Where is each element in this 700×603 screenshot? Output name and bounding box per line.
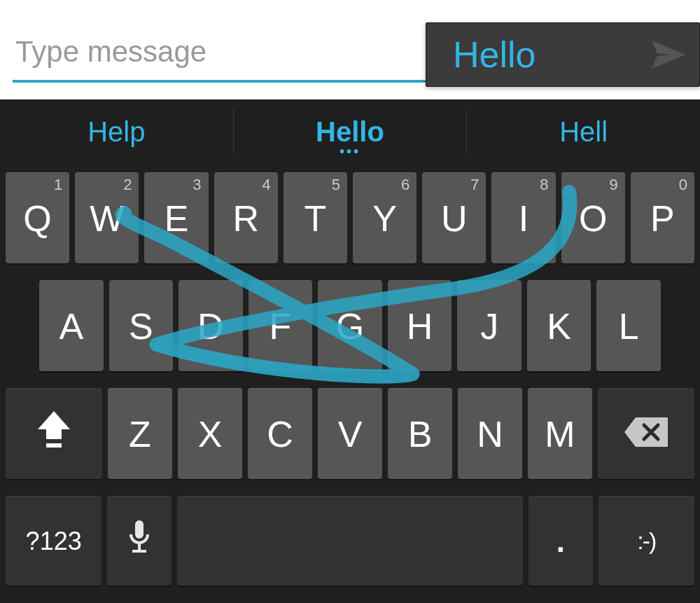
more-indicator-icon: •••	[340, 144, 360, 160]
key-period[interactable]: .	[528, 496, 593, 585]
key-m[interactable]: M	[528, 388, 592, 479]
key-backspace[interactable]	[598, 388, 694, 479]
gesture-preview-pill: Hello	[426, 22, 700, 87]
shift-icon	[38, 411, 70, 457]
key-l[interactable]: L	[596, 280, 661, 371]
key-v[interactable]: V	[318, 388, 382, 479]
keyboard-row-1: Q1 W2 E3 R4 T5 Y6 U7 I8 O9 P0	[6, 172, 694, 263]
key-b[interactable]: B	[388, 388, 452, 479]
keyboard: Q1 W2 E3 R4 T5 Y6 U7 I8 O9 P0 A S D F G …	[0, 164, 700, 603]
backspace-icon	[624, 413, 668, 455]
key-w[interactable]: W2	[75, 172, 139, 263]
key-r[interactable]: R4	[214, 172, 278, 263]
suggestion-label: Help	[88, 116, 145, 148]
microphone-icon	[127, 519, 152, 564]
suggestion-label: Hello	[316, 116, 384, 148]
suggestion-2[interactable]: Hello •••	[234, 99, 467, 164]
svg-marker-1	[38, 411, 70, 439]
compose-row: Hello	[0, 0, 700, 99]
key-s[interactable]: S	[109, 280, 174, 371]
key-z[interactable]: Z	[108, 388, 172, 479]
svg-rect-5	[132, 550, 146, 553]
key-mic[interactable]	[107, 496, 172, 585]
suggestion-label: Hell	[559, 116, 608, 148]
svg-marker-0	[652, 41, 685, 69]
key-j[interactable]: J	[457, 280, 522, 371]
key-f[interactable]: F	[248, 280, 313, 371]
key-q[interactable]: Q1	[6, 172, 69, 263]
key-a[interactable]: A	[39, 280, 104, 371]
key-t[interactable]: T5	[284, 172, 347, 263]
key-x[interactable]: X	[178, 388, 242, 479]
key-d[interactable]: D	[178, 280, 243, 371]
suggestion-1[interactable]: Help	[0, 99, 233, 164]
key-u[interactable]: U7	[422, 172, 486, 263]
suggestion-bar: Help Hello ••• Hell	[0, 99, 700, 164]
key-symbols[interactable]: ?123	[6, 496, 102, 585]
svg-rect-4	[138, 543, 141, 550]
key-space[interactable]	[177, 496, 523, 585]
key-smiley[interactable]: :-)	[598, 496, 694, 585]
key-i[interactable]: I8	[491, 172, 555, 263]
keyboard-row-4: ?123 . :-)	[6, 496, 694, 585]
key-k[interactable]: K	[527, 280, 592, 371]
send-icon[interactable]	[652, 41, 685, 69]
keyboard-row-3: Z X C V B N M	[6, 388, 694, 479]
key-n[interactable]: N	[458, 388, 522, 479]
key-h[interactable]: H	[388, 280, 452, 371]
svg-rect-2	[46, 443, 62, 448]
svg-rect-3	[135, 520, 144, 539]
gesture-preview-text: Hello	[453, 34, 652, 76]
key-g[interactable]: G	[318, 280, 382, 371]
key-shift[interactable]	[6, 388, 102, 479]
key-e[interactable]: E3	[144, 172, 208, 263]
key-o[interactable]: O9	[561, 172, 625, 263]
key-p[interactable]: P0	[631, 172, 694, 263]
suggestion-3[interactable]: Hell	[467, 99, 700, 164]
key-y[interactable]: Y6	[353, 172, 416, 263]
key-c[interactable]: C	[248, 388, 312, 479]
keyboard-row-2: A S D F G H J K L	[6, 280, 694, 371]
